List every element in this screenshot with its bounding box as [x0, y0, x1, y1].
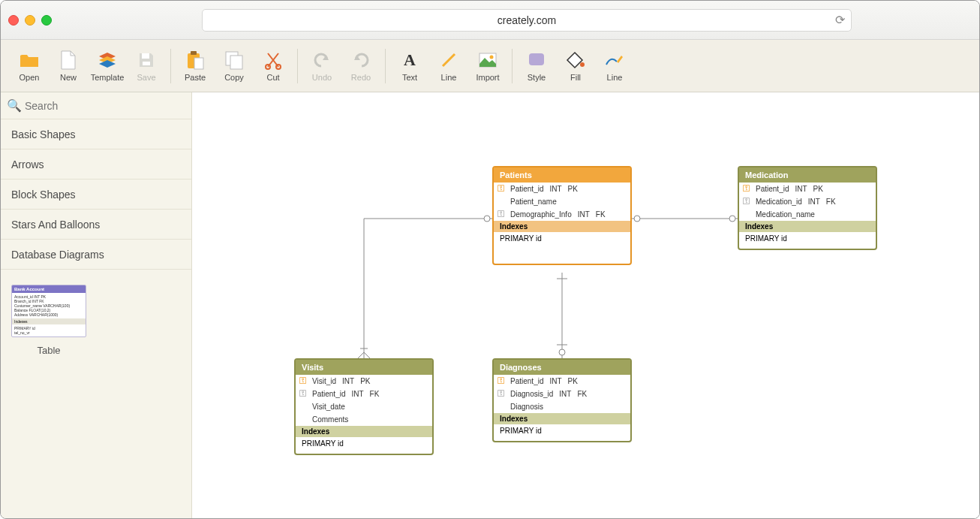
key-icon: ⚿: [498, 389, 505, 397]
indexes-header: Indexes: [739, 221, 876, 232]
index-row: PRIMARY id: [494, 232, 630, 249]
separator: [297, 49, 298, 83]
close-icon[interactable]: [8, 15, 19, 26]
new-file-icon: [59, 50, 78, 70]
svg-point-15: [580, 62, 585, 67]
copy-icon: [224, 50, 244, 70]
table-row: Diagnosis: [494, 400, 630, 413]
table-medication[interactable]: Medication ⚿Patient_idINTPK ⚿Medication_…: [738, 166, 877, 250]
search-row: 🔍: [1, 92, 191, 119]
canvas[interactable]: Patients ⚿Patient_idINTPK Patient_name ⚿…: [192, 92, 979, 518]
index-row: PRIMARY id: [494, 424, 630, 441]
table-row: ⚿Demographic_InfoINTFK: [494, 208, 630, 221]
save-icon: [137, 50, 156, 70]
redo-icon: [351, 50, 371, 70]
svg-rect-14: [529, 53, 544, 65]
table-row: ⚿Patient_idINTPK: [739, 183, 876, 195]
search-icon: 🔍: [7, 98, 22, 113]
open-button[interactable]: Open: [10, 44, 49, 89]
save-button[interactable]: Save: [127, 44, 166, 89]
line-icon: [439, 50, 458, 70]
key-icon: ⚿: [743, 197, 750, 205]
import-button[interactable]: Import: [468, 44, 507, 89]
svg-rect-0: [142, 53, 149, 59]
svg-rect-4: [194, 58, 203, 69]
table-visits[interactable]: Visits ⚿Visit_idINTPK ⚿Patient_idINTFK V…: [294, 358, 434, 455]
svg-point-25: [559, 349, 565, 355]
svg-rect-1: [143, 62, 150, 65]
key-icon: ⚿: [498, 184, 505, 192]
sidebar-cat-block-shapes[interactable]: Block Shapes: [1, 180, 191, 210]
toolbar: Open New Template Save Paste: [1, 40, 979, 92]
titlebar: creately.com ⟳: [1, 1, 979, 40]
redo-button[interactable]: Redo: [341, 44, 380, 89]
sidebar-cat-basic-shapes[interactable]: Basic Shapes: [1, 119, 191, 149]
svg-point-21: [634, 216, 640, 222]
shape-thumb-table[interactable]: Bank Account Account_id INT PK Branch_id…: [11, 285, 86, 356]
template-icon: [98, 50, 117, 70]
style-icon: [527, 50, 546, 70]
folder-icon: [20, 50, 39, 70]
paste-button[interactable]: Paste: [176, 44, 215, 89]
svg-rect-6: [230, 56, 242, 69]
table-header: Medication: [739, 167, 876, 183]
paste-icon: [185, 50, 205, 70]
table-header: Visits: [296, 360, 432, 375]
minimize-icon[interactable]: [25, 15, 35, 26]
table-row: ⚿Diagnosis_idINTFK: [494, 388, 630, 400]
reload-icon[interactable]: ⟳: [835, 13, 845, 27]
sidebar: 🔍 Basic Shapes Arrows Block Shapes Stars…: [1, 92, 192, 518]
template-button[interactable]: Template: [88, 44, 127, 89]
copy-button[interactable]: Copy: [215, 44, 254, 89]
undo-button[interactable]: Undo: [302, 44, 341, 89]
maximize-icon[interactable]: [41, 15, 52, 26]
fill-icon: [566, 50, 585, 70]
new-button[interactable]: New: [49, 44, 88, 89]
table-row: Medication_name: [739, 208, 876, 221]
url-bar[interactable]: creately.com ⟳: [202, 9, 852, 32]
url-text: creately.com: [498, 14, 556, 26]
indexes-header: Indexes: [494, 221, 630, 232]
key-icon: ⚿: [299, 389, 307, 397]
import-icon: [478, 50, 498, 70]
fill-button[interactable]: Fill: [556, 44, 595, 89]
text-button[interactable]: A Text: [390, 44, 429, 89]
key-icon: ⚿: [743, 184, 750, 192]
indexes-header: Indexes: [494, 413, 630, 424]
table-diagnoses[interactable]: Diagnoses ⚿Patient_idINTPK ⚿Diagnosis_id…: [492, 358, 632, 442]
key-icon: ⚿: [498, 376, 505, 385]
table-row: ⚿Patient_idINTPK: [494, 183, 630, 195]
svg-line-18: [364, 352, 370, 358]
table-row: Visit_date: [296, 400, 432, 413]
sidebar-cat-stars-balloons[interactable]: Stars And Balloons: [1, 210, 191, 240]
shape-thumb-label: Table: [11, 345, 86, 356]
sidebar-cat-database-diagrams[interactable]: Database Diagrams: [1, 240, 191, 270]
key-icon: ⚿: [498, 210, 505, 218]
cut-icon: [263, 50, 283, 70]
table-row: Patient_name: [494, 195, 630, 208]
table-row: ⚿Patient_idINTFK: [296, 388, 432, 400]
table-row: ⚿Visit_idINTPK: [296, 375, 432, 388]
separator: [385, 49, 386, 83]
sidebar-cat-arrows[interactable]: Arrows: [1, 149, 191, 180]
line-style-button[interactable]: Line: [595, 44, 634, 89]
indexes-header: Indexes: [296, 426, 432, 437]
window-controls: [8, 15, 52, 26]
table-header: Patients: [494, 167, 630, 183]
line-tool-button[interactable]: Line: [429, 44, 468, 89]
table-row: Comments: [296, 413, 432, 426]
index-row: PRIMARY id: [296, 437, 432, 454]
table-patients[interactable]: Patients ⚿Patient_idINTPK Patient_name ⚿…: [492, 166, 632, 265]
undo-icon: [312, 50, 332, 70]
index-row: PRIMARY id: [739, 232, 876, 249]
cut-button[interactable]: Cut: [254, 44, 293, 89]
text-icon: A: [400, 50, 419, 70]
pencil-icon: [605, 50, 624, 70]
search-input[interactable]: [25, 100, 185, 112]
separator: [512, 49, 513, 83]
svg-point-22: [729, 216, 735, 222]
svg-point-13: [490, 55, 494, 59]
svg-line-17: [358, 352, 364, 358]
style-button[interactable]: Style: [517, 44, 556, 89]
table-row: ⚿Medication_idINTFK: [739, 195, 876, 208]
